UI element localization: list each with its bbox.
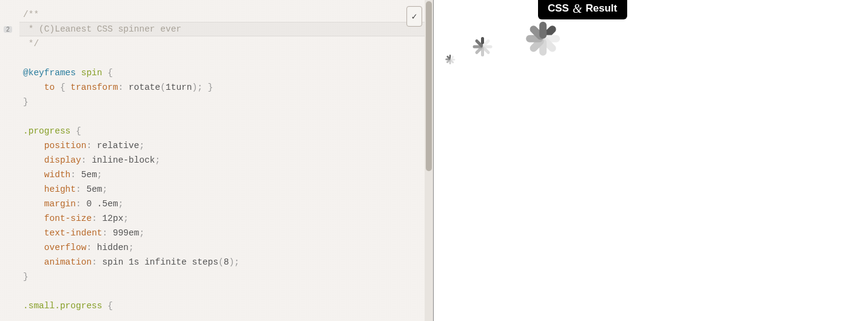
spinners-preview: [441, 18, 564, 76]
scroll-thumb[interactable]: [426, 1, 432, 171]
validate-button[interactable]: ✓: [406, 6, 422, 27]
tab-css-label: CSS: [548, 2, 569, 15]
ampersand-icon: &: [573, 4, 582, 13]
spinner-medium: [464, 37, 500, 73]
spinner-small: [441, 55, 459, 73]
spinner-large-1: [493, 6, 576, 89]
check-icon: ✓: [411, 11, 417, 22]
result-pane: CSS & Result: [434, 0, 868, 321]
pane-label-badge: CSS & Result: [538, 0, 627, 19]
css-editor-pane[interactable]: 2 /** * (C)Leanest CSS spinner ever */ @…: [0, 0, 434, 321]
editor-scrollbar[interactable]: [425, 0, 433, 321]
editor-gutter: 2: [0, 0, 16, 321]
lint-marker[interactable]: 2: [4, 26, 12, 33]
css-code[interactable]: /** * (C)Leanest CSS spinner ever */ @ke…: [16, 0, 433, 321]
tab-result-label: Result: [586, 2, 617, 15]
